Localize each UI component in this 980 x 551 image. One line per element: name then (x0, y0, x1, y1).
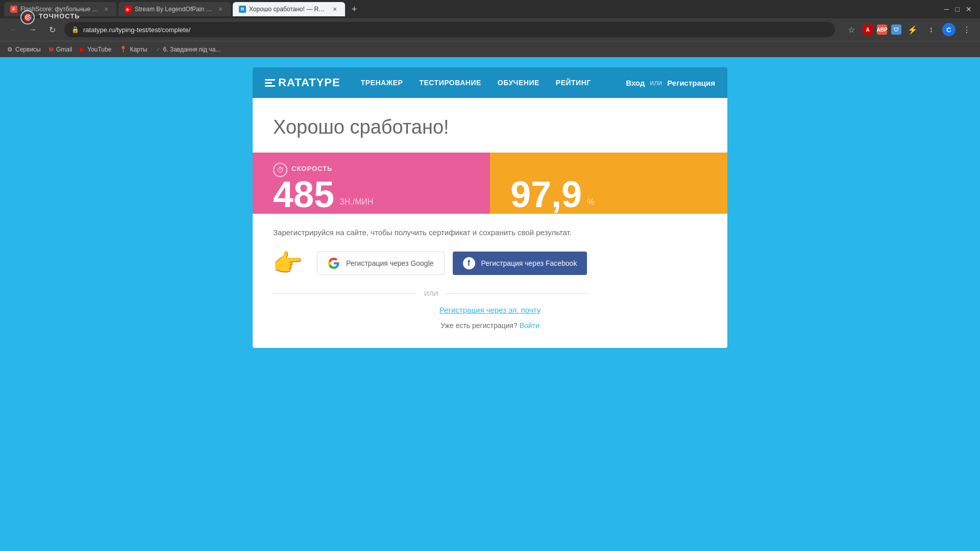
bookmark-maps-label: Карты (130, 46, 147, 53)
accuracy-value: 97,9 (510, 176, 582, 213)
address-bar[interactable]: 🔒 ratatype.ru/typing-test/test/complete/ (64, 22, 835, 37)
pointing-hand-icon: 👈 (273, 249, 304, 278)
main-card: Хорошо сработано! ⏱ СКОРОСТЬ 485 ЗН./МИН… (253, 98, 727, 348)
stats-bar: ⏱ СКОРОСТЬ 485 ЗН./МИН 🎯 ТОЧНОСТЬ 97,9 % (253, 153, 727, 214)
existing-account-label: Уже есть регистрация? (440, 321, 518, 330)
facebook-register-label: Регистрация через Facebook (481, 259, 577, 267)
maximize-button[interactable]: □ (955, 5, 960, 13)
bookmark-youtube[interactable]: ▶ YouTube (80, 46, 111, 53)
email-register-link[interactable]: Регистрация через эл. почту (273, 306, 707, 314)
logo-text: RATATYPE (278, 76, 340, 89)
register-section: Зарегистрируйся на сайте, чтобы получить… (253, 214, 727, 348)
speed-label: СКОРОСТЬ (291, 165, 332, 172)
tab-ratatype-label: Хорошо сработано! — Ratatype (249, 6, 328, 13)
bookmark-task[interactable]: ✓ 6. Завдання під ча... (156, 46, 221, 53)
lock-icon: 🔒 (71, 26, 79, 33)
bookmarks-bar: ⚙ Сервисы M Gmail ▶ YouTube 📍 Карты ✓ 6.… (0, 41, 980, 57)
forward-button[interactable]: → (26, 22, 40, 37)
divider-text: ИЛИ (424, 290, 438, 297)
register-buttons: 👈 Регистрация через Google f (273, 249, 707, 278)
bookmark-services[interactable]: ⚙ Сервисы (7, 46, 41, 53)
nav-links: ТРЕНАЖЕР ТЕСТИРОВАНИЕ ОБУЧЕНИЕ РЕЙТИНГ (361, 79, 626, 87)
accuracy-content: 97,9 % (510, 168, 707, 213)
menu-icon[interactable]: ⋮ (960, 22, 974, 37)
refresh-button[interactable]: ↻ (45, 22, 59, 37)
youtube-favicon: ▶ (125, 6, 132, 13)
page-content: RATATYPE ТРЕНАЖЕР ТЕСТИРОВАНИЕ ОБУЧЕНИЕ … (0, 57, 980, 358)
browser-chrome: F FlashScore: футбольные матчи ... × ▶ S… (0, 0, 980, 57)
bookmark-services-label: Сервисы (15, 46, 41, 53)
profile-icon[interactable]: C (942, 23, 955, 36)
speed-unit: ЗН./МИН (339, 197, 374, 213)
tab-youtube[interactable]: ▶ Stream By LegendOfPain кс... × (118, 2, 231, 16)
login-link[interactable]: Вход (626, 79, 645, 87)
bookmark-star-icon[interactable]: ☆ (844, 22, 859, 37)
divider-line-right (446, 293, 589, 294)
sync-icon[interactable]: ↕ (924, 22, 938, 37)
task-icon: ✓ (156, 46, 161, 53)
accuracy-stat: 🎯 ТОЧНОСТЬ 97,9 % (490, 153, 727, 214)
minimize-button[interactable]: ─ (944, 5, 949, 13)
logo-bars-icon (265, 79, 275, 87)
bookmark-maps[interactable]: 📍 Карты (119, 46, 147, 53)
existing-account-text: Уже есть регистрация? Войти (273, 321, 707, 330)
flashscore-favicon: F (10, 6, 17, 13)
maps-icon: 📍 (119, 46, 127, 53)
google-icon (328, 257, 340, 269)
site-container: RATATYPE ТРЕНАЖЕР ТЕСТИРОВАНИЕ ОБУЧЕНИЕ … (253, 67, 727, 348)
speed-content: 485 ЗН./МИН (273, 168, 470, 213)
tab-ratatype[interactable]: R Хорошо сработано! — Ratatype × (233, 2, 345, 16)
divider-line-left (273, 293, 416, 294)
toolbar-icons: ☆ A ABP 🛡 ⚡ ↕ C ⋮ (844, 22, 974, 37)
gmail-icon: M (49, 46, 54, 53)
accuracy-unit: % (587, 197, 594, 213)
extensions-icon[interactable]: ⚡ (905, 22, 920, 37)
ratatype-favicon: R (239, 6, 246, 13)
congrats-section: Хорошо сработано! (253, 98, 727, 153)
facebook-register-button[interactable]: f Регистрация через Facebook (453, 252, 587, 275)
abp-ext-icon[interactable]: ABP (877, 24, 887, 35)
logo[interactable]: RATATYPE (265, 76, 340, 89)
nav-rating[interactable]: РЕЙТИНГ (556, 79, 591, 87)
tab-ratatype-close[interactable]: × (331, 5, 339, 13)
title-bar: F FlashScore: футбольные матчи ... × ▶ S… (0, 0, 980, 18)
nav-auth: Вход или Регистрация (626, 79, 715, 87)
facebook-icon: f (463, 257, 475, 269)
speed-icon: ⏱ (273, 163, 287, 177)
divider-row: ИЛИ (273, 290, 707, 297)
bookmark-gmail[interactable]: M Gmail (49, 46, 72, 53)
acrobat-ext-icon[interactable]: A (863, 24, 873, 35)
nav-or: или (650, 79, 662, 87)
tab-youtube-label: Stream By LegendOfPain кс... (135, 6, 213, 13)
window-controls: ─ □ ✕ (944, 5, 976, 13)
tab-flashscore-close[interactable]: × (102, 5, 110, 13)
speed-stat: ⏱ СКОРОСТЬ 485 ЗН./МИН (253, 153, 490, 214)
bookmark-gmail-label: Gmail (56, 46, 72, 53)
nav-learning[interactable]: ОБУЧЕНИЕ (498, 79, 540, 87)
shield-ext-icon[interactable]: 🛡 (891, 24, 901, 35)
congrats-title: Хорошо сработано! (273, 116, 707, 138)
google-register-button[interactable]: Регистрация через Google (317, 252, 445, 275)
address-bar-row: ← → ↻ 🔒 ratatype.ru/typing-test/test/com… (0, 18, 980, 41)
logo-bar-3 (265, 85, 275, 87)
back-button[interactable]: ← (6, 22, 20, 37)
youtube-bookmark-icon: ▶ (80, 46, 85, 53)
logo-bar-1 (265, 79, 275, 81)
bookmark-youtube-label: YouTube (87, 46, 111, 53)
google-register-label: Регистрация через Google (346, 259, 434, 267)
nav-testing[interactable]: ТЕСТИРОВАНИЕ (419, 79, 481, 87)
tab-youtube-close[interactable]: × (216, 5, 225, 13)
logo-bar-2 (265, 82, 272, 84)
register-link[interactable]: Регистрация (667, 79, 715, 87)
speed-value: 485 (273, 176, 334, 213)
register-promo-text: Зарегистрируйся на сайте, чтобы получить… (273, 228, 707, 237)
site-nav: RATATYPE ТРЕНАЖЕР ТЕСТИРОВАНИЕ ОБУЧЕНИЕ … (253, 67, 727, 98)
services-icon: ⚙ (7, 46, 13, 53)
bookmark-task-label: 6. Завдання під ча... (163, 46, 221, 53)
close-button[interactable]: ✕ (966, 5, 972, 13)
address-text: ratatype.ru/typing-test/test/complete/ (83, 26, 828, 34)
login-action-link[interactable]: Войти (520, 321, 540, 330)
nav-trainer[interactable]: ТРЕНАЖЕР (361, 79, 403, 87)
new-tab-button[interactable]: + (347, 2, 361, 16)
